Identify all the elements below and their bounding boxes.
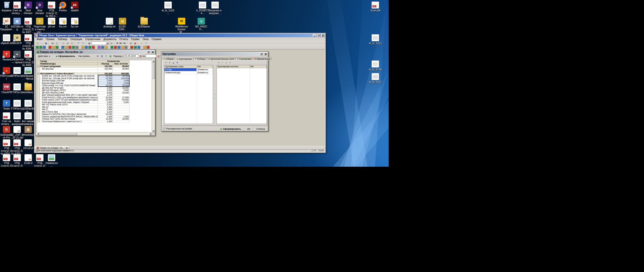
document-tool-icon[interactable] [117, 46, 120, 49]
chart-icon[interactable]: ▥ [100, 54, 104, 58]
export-icon[interactable]: ▦ [108, 54, 112, 58]
desktop-icon-30[interactable]: УПД (статус 2) № 4350 ... [22, 51, 35, 66]
redo-icon[interactable]: ↷ [81, 42, 85, 45]
desktop-icon-27[interactable]: kl_to_1c(1).... [369, 34, 382, 47]
desktop-icon-8[interactable]: kl_to_1c(3).... [162, 2, 175, 15]
menu-item-9[interactable]: Окна [141, 38, 150, 41]
calculator-icon[interactable]: ⊞ [129, 42, 133, 45]
document-tool-icon[interactable] [39, 46, 42, 49]
menu-item-6[interactable]: Документы [102, 38, 118, 41]
scrollbar-track[interactable] [39, 132, 149, 135]
table-row[interactable]: Полотенце Вафельное ( намотка 9 м.п.)1,0… [37, 120, 152, 123]
desktop-icon-4[interactable]: DStop Denwer [33, 2, 46, 15]
period-to-input[interactable] [146, 54, 156, 58]
settings-close-button[interactable] [264, 53, 267, 55]
open-document-icon[interactable]: ▱ [40, 42, 44, 45]
document-tool-icon[interactable] [101, 46, 104, 49]
settings-maximize-button[interactable] [260, 53, 263, 55]
desktop-icon-19[interactable]: desktop.ini [103, 18, 116, 28]
settings-title-bar[interactable]: Настройки [162, 52, 268, 56]
document-tool-icon[interactable] [35, 46, 39, 49]
maximize-button[interactable] [317, 34, 320, 37]
report-maximize-button[interactable] [147, 51, 150, 53]
grouping-row[interactable]: СкладЭлементы [165, 68, 213, 71]
document-tool-icon[interactable] [55, 46, 59, 49]
table-row[interactable]: Дуб темный рифленый 8601-2R | с текстуро… [37, 94, 152, 96]
favorites-icon[interactable]: ★ [140, 42, 144, 45]
document-tool-icon[interactable] [92, 46, 95, 49]
add-row-grouping-icon[interactable]: + [164, 61, 168, 64]
delete-row-grouping-icon[interactable]: × [168, 61, 171, 64]
desktop-icon-47[interactable]: ▦tehnoimpor [22, 126, 35, 136]
scroll-right-button[interactable] [149, 132, 152, 135]
scroll-left-button[interactable] [37, 132, 39, 135]
scrollbar-track[interactable] [152, 63, 155, 130]
find-icon[interactable]: ◉ [87, 42, 91, 45]
document-tool-icon[interactable] [72, 46, 75, 49]
document-tool-icon[interactable] [104, 46, 108, 49]
desktop-icon-10[interactable]: Выгрузка и загрузка ... [209, 2, 222, 15]
main-title-bar[interactable]: Общая база / Администратор / "Управление… [35, 33, 325, 37]
document-tool-icon[interactable] [110, 46, 113, 49]
desktop-icon-22[interactable]: WWebMoney Keeper W... [175, 18, 188, 33]
find-next-icon[interactable]: ◎ [109, 42, 113, 45]
desktop-icon-11[interactable]: Scan.pdf [369, 2, 382, 12]
document-tool-icon[interactable] [61, 46, 64, 49]
table-row[interactable]: Мб фасады162,08480,864 [37, 68, 152, 70]
table-row[interactable]: Панель радиусная ВЫПУКЛАЯ R 300/16, Х650… [37, 116, 152, 118]
sum-icon[interactable]: Σ [104, 54, 108, 58]
desktop-icon-9[interactable]: ti_20180724... [196, 2, 209, 15]
print-preview-icon[interactable]: ◫ [55, 42, 59, 45]
actions-button[interactable]: Действия [37, 54, 52, 58]
table-row[interactable]: Готовая продукция162,08488,864 [37, 65, 152, 68]
document-tool-icon[interactable] [88, 46, 91, 49]
help-icon[interactable]: ? [144, 42, 148, 45]
document-tool-icon[interactable] [52, 46, 55, 49]
close-button[interactable] [321, 34, 325, 37]
minimize-button[interactable] [313, 34, 316, 37]
cancel-button[interactable]: Отмена [255, 127, 267, 131]
document-tool-icon[interactable] [65, 46, 68, 49]
document-tool-icon[interactable] [43, 46, 46, 49]
grouping-row[interactable]: НоменклатураЭлементы [165, 71, 213, 74]
menu-item-3[interactable]: Таблица [56, 38, 69, 41]
copy-icon[interactable]: ⊡ [66, 42, 70, 45]
desktop-icon-17[interactable]: fns.cer [56, 18, 69, 28]
headers-toggle-icon[interactable]: ⊞ [96, 54, 100, 58]
delete-column-grouping-icon[interactable]: × [221, 61, 224, 64]
new-document-icon[interactable]: ▢ [35, 42, 39, 45]
menu-item-1[interactable]: Файл [35, 38, 45, 41]
table-row[interactable]: 53010 зел. 150 мм 15отв Р180 шлиф круг н… [37, 77, 152, 80]
desktop-icon-14[interactable]: УПД (статус 2) № 4327 ... [22, 18, 35, 33]
document-tool-icon[interactable] [48, 46, 52, 49]
table-row[interactable]: Губка шлиф. 4-х стор. Р120 FLEXIFOAM(98*… [37, 84, 152, 87]
desktop-icon-53[interactable]: 1Cv8.cf [22, 154, 35, 164]
desktop-icon-7[interactable]: 64aida64 [68, 2, 81, 12]
table-row[interactable]: Планка №17 (10/2,44) без пленки11,00018,… [37, 118, 152, 120]
document-tool-icon[interactable] [75, 46, 78, 49]
advanced-settings-checkbox[interactable] [163, 128, 165, 130]
table-row[interactable]: М6- 4/2 Patina romb 143 К.6,310 [37, 104, 152, 106]
desktop-icon-21[interactable]: lj1300pswi... [138, 18, 151, 31]
desktop-icon-35[interactable]: kl_to_1c(2).... [369, 73, 382, 86]
table-row[interactable]: М6-2 Пунто беж3,220 [37, 111, 152, 113]
table-row[interactable]: Баллюстрада 1200 мм2,0001,000 [37, 80, 152, 82]
vertical-scrollbar-thumb[interactable] [152, 63, 155, 79]
document-tool-icon[interactable] [121, 46, 124, 49]
move-to-rows-icon[interactable]: ← [213, 96, 216, 99]
period-from-input[interactable]: 01.06.2019 [124, 54, 138, 58]
table-row[interactable]: Клей двухкомпонентный унив. Акфикс (Турц… [37, 101, 152, 104]
document-tool-icon[interactable] [124, 46, 128, 49]
document-tool-icon[interactable] [143, 46, 146, 49]
ok-button[interactable]: ОК [245, 127, 252, 131]
desktop-icon-55[interactable]: Универсал... [45, 154, 58, 167]
desktop-icon-54[interactable]: УПД (статус 2) № 4389 ... [33, 154, 46, 167]
document-tool-icon[interactable] [68, 46, 71, 49]
find-combo[interactable] [92, 42, 109, 45]
desktop-icon-6[interactable]: Firefox [56, 2, 69, 12]
document-tool-icon[interactable] [114, 46, 117, 49]
vertical-scrollbar[interactable] [152, 60, 155, 132]
paste-icon[interactable]: ⊟ [70, 42, 74, 45]
document-tool-icon[interactable] [130, 46, 133, 49]
scroll-up-button[interactable] [152, 60, 155, 63]
